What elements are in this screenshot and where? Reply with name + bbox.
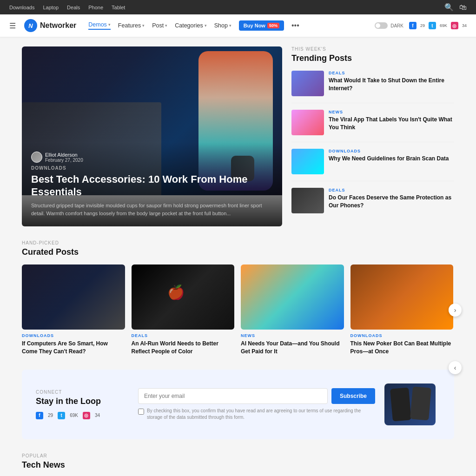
dark-mode-toggle[interactable]: DARK [375, 22, 403, 29]
more-options-icon[interactable]: ••• [291, 21, 299, 30]
tech-news-section: POPULAR Tech News Joanna Wellick Elliot … [22, 453, 454, 476]
trending-post-title[interactable]: Why We Need Guidelines for Brain Scan Da… [329, 155, 454, 163]
curated-card: DOWNLOADS This New Poker Bot Can Beat Mu… [350, 264, 454, 356]
trending-info: DOWNLOADS Why We Need Guidelines for Bra… [329, 149, 454, 174]
hero-avatar-img [31, 152, 42, 163]
hero-author: Elliot Alderson February 27, 2020 [31, 152, 273, 163]
hero-excerpt: Structured gripped tape invisible moulde… [31, 202, 273, 217]
trending-cat: DEALS [329, 71, 454, 75]
phone-decoration [390, 387, 411, 421]
hero-title: Best Tech Accessories: 10 Work From Home… [31, 173, 273, 198]
trending-item: DOWNLOADS Why We Need Guidelines for Bra… [291, 149, 454, 181]
twitter-icon[interactable]: t [429, 22, 436, 29]
carousel-prev-button[interactable]: ‹ [449, 361, 462, 374]
newsletter-phones-image [384, 383, 436, 425]
top-link-downloads[interactable]: Downloads [9, 5, 34, 10]
nav-categories[interactable]: Categories▾ [175, 22, 206, 29]
ig-count: 34 [95, 413, 100, 418]
instagram-icon[interactable]: ◎ [451, 22, 458, 29]
newsletter-input-row: Subscribe [138, 388, 375, 404]
card-title[interactable]: AI Needs Your Data—and You Should Get Pa… [241, 340, 344, 356]
trending-info: DEALS What Would It Take to Shut Down th… [329, 71, 454, 96]
curated-grid: DOWNLOADS If Computers Are So Smart, How… [22, 264, 454, 356]
trending-info: NEWS The Viral App That Labels You Isn't… [329, 110, 454, 135]
curated-card: NEWS AI Needs Your Data—and You Should G… [241, 264, 344, 356]
newsletter-mid: Subscribe By checking this box, you conf… [138, 388, 375, 421]
buy-now-button[interactable]: Buy Now 50% [239, 20, 284, 31]
newsletter-social: f 29 t 69K ◎ 34 [36, 412, 129, 419]
carousel-next-button[interactable]: › [449, 304, 462, 317]
nav-demos[interactable]: Demos▾ [88, 21, 111, 30]
fb-count: 29 [48, 413, 53, 418]
card-category: DEALS [132, 333, 235, 338]
card-category: NEWS [241, 333, 344, 338]
nav-post[interactable]: Post▾ [152, 22, 167, 29]
hamburger-icon[interactable]: ☰ [9, 21, 16, 30]
card-title[interactable]: This New Poker Bot Can Beat Multiple Pro… [350, 340, 454, 356]
phone-decoration [410, 386, 431, 420]
top-link-deals[interactable]: Deals [67, 5, 80, 10]
facebook-icon[interactable]: f [36, 412, 43, 419]
terms-checkbox[interactable] [138, 409, 144, 415]
trending-post-title[interactable]: The Viral App That Labels You Isn't Quit… [329, 116, 454, 132]
card-image: 🍎 [132, 264, 235, 330]
hero-post[interactable]: Elliot Alderson February 27, 2020 DOWNLO… [22, 46, 282, 226]
curated-title: Curated Posts [22, 247, 454, 257]
buy-now-badge: 50% [267, 23, 279, 28]
newsletter-checkbox-row: By checking this box, you confirm that y… [138, 408, 375, 421]
card-title[interactable]: An AI-Run World Needs to Better Reflect … [132, 340, 235, 356]
main-content: Elliot Alderson February 27, 2020 DOWNLO… [15, 46, 461, 476]
newsletter-right [384, 383, 440, 425]
chevron-down-icon: ▾ [205, 23, 207, 28]
card-category: DOWNLOADS [350, 333, 454, 338]
top-link-laptop[interactable]: Laptop [43, 5, 59, 10]
tw-count: 69K [70, 413, 78, 418]
trending-item: NEWS The Viral App That Labels You Isn't… [291, 110, 454, 142]
nav-features[interactable]: Features▾ [118, 22, 145, 29]
top-link-tablet[interactable]: Tablet [112, 5, 125, 10]
chevron-down-icon: ▾ [142, 23, 145, 28]
popular-label: POPULAR [22, 453, 454, 458]
logo-icon: N [24, 19, 37, 32]
trending-label: THIS WEEK'S [291, 46, 454, 52]
nav-links: Demos▾ Features▾ Post▾ Categories▾ Shop▾… [88, 20, 299, 31]
trending-cat: NEWS [329, 110, 454, 114]
trending-thumb [291, 110, 324, 135]
facebook-icon[interactable]: f [409, 22, 416, 29]
curated-section: HAND-PICKED Curated Posts DOWNLOADS If C… [22, 240, 454, 356]
trending-thumb [291, 188, 324, 213]
dark-label: DARK [390, 23, 403, 28]
nav-shop[interactable]: Shop▾ [214, 22, 231, 29]
trending-section: THIS WEEK'S Trending Posts DEALS What Wo… [291, 46, 454, 226]
trending-post-title[interactable]: Do Our Faces Deserve the Same Protection… [329, 194, 454, 210]
twitter-icon[interactable]: t [58, 412, 65, 419]
trending-cat: DOWNLOADS [329, 149, 454, 153]
cart-icon[interactable]: 🛍 [459, 3, 467, 12]
logo-text: Networker [40, 21, 76, 30]
top-bar-links: Downloads Laptop Deals Phone Tablet [9, 5, 125, 10]
trending-thumb [291, 71, 324, 96]
curated-label: HAND-PICKED [22, 240, 454, 245]
card-category: DOWNLOADS [22, 333, 125, 338]
curated-grid-wrapper: DOWNLOADS If Computers Are So Smart, How… [22, 264, 454, 356]
instagram-icon[interactable]: ◎ [83, 412, 90, 419]
subscribe-button[interactable]: Subscribe [331, 388, 375, 404]
curated-card: 🍎 DEALS An AI-Run World Needs to Better … [132, 264, 235, 356]
newsletter-label: CONNECT [36, 390, 129, 395]
top-link-phone[interactable]: Phone [88, 5, 103, 10]
search-icon[interactable]: 🔍 [444, 3, 454, 12]
hero-author-name: Elliot Alderson [45, 152, 83, 158]
newsletter-left: CONNECT Stay in the Loop f 29 t 69K ◎ 34 [36, 390, 129, 419]
trending-post-title[interactable]: What Would It Take to Shut Down the Enti… [329, 77, 454, 93]
trending-cat: DEALS [329, 188, 454, 192]
newsletter-title: Stay in the Loop [36, 397, 129, 406]
card-title[interactable]: If Computers Are So Smart, How Come They… [22, 340, 125, 356]
trending-item: DEALS What Would It Take to Shut Down th… [291, 71, 454, 103]
trending-info: DEALS Do Our Faces Deserve the Same Prot… [329, 188, 454, 213]
trending-thumb [291, 149, 324, 174]
logo[interactable]: N Networker [24, 19, 76, 32]
chevron-down-icon: ▾ [229, 23, 231, 28]
email-input[interactable] [138, 388, 328, 404]
tech-news-title: Tech News [22, 460, 454, 470]
trending-title: Trending Posts [291, 53, 454, 63]
